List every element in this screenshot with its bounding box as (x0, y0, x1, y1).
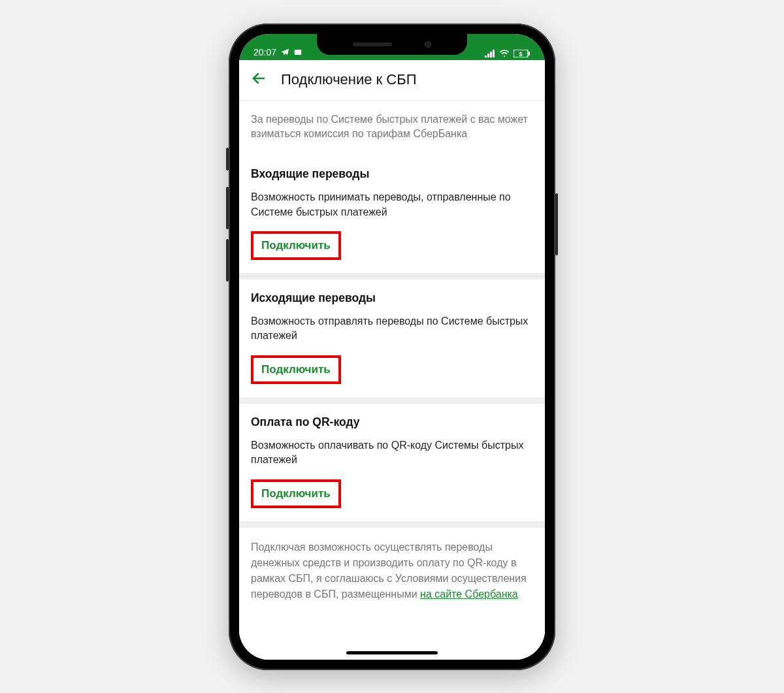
section-outgoing: Исходящие переводы Возможность отправлят… (239, 280, 545, 397)
phone-volume-down (226, 239, 229, 282)
section-title: Исходящие переводы (251, 291, 533, 305)
section-incoming: Входящие переводы Возможность принимать … (239, 155, 545, 273)
svg-rect-1 (485, 56, 487, 57)
telegram-icon (280, 48, 289, 57)
screen: 20:07 $ Подключение к СБП За переводы по… (239, 34, 545, 660)
section-desc: Возможность отправлять переводы по Систе… (251, 314, 533, 344)
battery-icon: $ (514, 50, 531, 57)
svg-rect-3 (490, 52, 492, 57)
footer-link[interactable]: на сайте Сбербанка (420, 588, 518, 600)
wifi-icon (499, 50, 510, 57)
arrow-left-icon (251, 71, 267, 86)
svg-rect-2 (487, 54, 489, 57)
section-qr: Оплата по QR-коду Возможность оплачивать… (239, 404, 545, 521)
phone-power-button (555, 193, 558, 255)
status-time: 20:07 (253, 47, 276, 57)
info-text: За переводы по Системе быстрых платежей … (239, 101, 545, 156)
svg-rect-4 (493, 50, 495, 57)
notch (317, 34, 467, 55)
phone-volume-up (226, 187, 229, 229)
highlight-box: Подключить (251, 231, 341, 260)
svg-text:$: $ (519, 50, 522, 57)
signal-icon (485, 50, 495, 57)
footer-disclaimer: Подключая возможность осуществлять перев… (239, 528, 545, 660)
phone-frame: 20:07 $ Подключение к СБП За переводы по… (229, 24, 555, 670)
svg-rect-7 (529, 52, 530, 56)
highlight-box: Подключить (251, 479, 341, 508)
svg-point-5 (504, 56, 505, 57)
home-indicator[interactable] (346, 651, 438, 654)
message-icon (293, 48, 302, 57)
highlight-box: Подключить (251, 355, 341, 384)
connect-button-qr[interactable]: Подключить (256, 483, 336, 504)
content: За переводы по Системе быстрых платежей … (239, 101, 545, 660)
svg-rect-0 (295, 49, 302, 54)
connect-button-outgoing[interactable]: Подключить (256, 359, 336, 380)
section-desc: Возможность принимать переводы, отправле… (251, 190, 533, 219)
app-header: Подключение к СБП (239, 60, 545, 101)
section-desc: Возможность оплачивать по QR-коду Систем… (251, 438, 533, 468)
section-title: Оплата по QR-коду (251, 415, 533, 429)
phone-side-button (226, 148, 229, 170)
section-title: Входящие переводы (251, 167, 533, 181)
back-button[interactable] (251, 71, 267, 89)
connect-button-incoming[interactable]: Подключить (256, 235, 336, 256)
page-title: Подключение к СБП (281, 71, 417, 88)
